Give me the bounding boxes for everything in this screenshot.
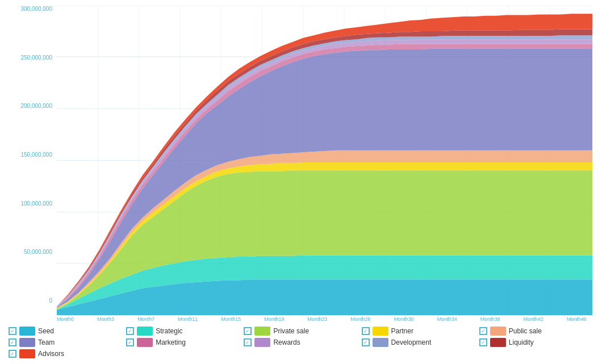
legend-checkbox-advisors[interactable] [9,350,16,358]
legend-checkbox-marketing[interactable] [126,338,134,346]
legend-item-strategic: Strategic [126,327,239,336]
legend-color-advisors [19,349,35,358]
x-label-11: Month11 [178,316,198,322]
legend-item-rewards: Rewards [244,338,357,347]
legend-checkbox-partner[interactable] [362,327,370,335]
legend-checkbox-seed[interactable] [9,327,16,335]
x-label-34: Month34 [437,316,457,322]
x-label-3: Month3 [97,316,114,322]
legend-color-partner [373,327,388,336]
legend-color-team [19,338,35,347]
legend-label-seed: Seed [38,327,54,335]
main-chart-svg [57,6,592,315]
x-label-15: Month15 [221,316,241,322]
x-label-0: Month0 [57,316,74,322]
legend-item-advisors: Advisors [9,349,122,358]
legend-color-liquidity [490,338,506,347]
legend-item-seed: Seed [9,327,122,336]
y-label-100: 100,000,000 [20,200,52,207]
legend-item-liquidity: Liquidity [479,338,592,347]
legend-label-team: Team [38,338,55,346]
y-label-0: 0 [49,298,52,304]
y-label-150: 150,000,000 [20,152,52,158]
x-label-30: Month30 [394,316,414,322]
legend-color-public-sale [490,327,506,336]
legend-label-partner: Partner [391,327,413,335]
chart-container: 300,000,000 250,000,000 200,000,000 150,… [0,0,598,364]
legend-checkbox-public-sale[interactable] [479,327,487,335]
legend-checkbox-strategic[interactable] [126,327,134,335]
y-label-200: 200,000,000 [20,103,52,109]
legend-checkbox-team[interactable] [9,338,16,346]
legend-item-team: Team [9,338,122,347]
y-label-50: 50,000,000 [24,249,52,255]
legend-label-private-sale: Private sale [273,327,309,335]
legend-checkbox-rewards[interactable] [244,338,252,346]
legend-item-public-sale: Public sale [479,327,592,336]
legend-label-development: Development [391,338,432,346]
chart-area: 300,000,000 250,000,000 200,000,000 150,… [6,6,592,315]
legend-checkbox-development[interactable] [362,338,370,346]
x-axis: Month0 Month3 Month7 Month11 Month15 Mon… [6,316,592,322]
legend-color-seed [19,327,35,336]
x-label-23: Month23 [307,316,327,322]
x-label-46: Month46 [567,316,587,322]
legend-label-public-sale: Public sale [509,327,542,335]
legend-checkbox-private-sale[interactable] [244,327,252,335]
legend-label-marketing: Marketing [156,338,186,346]
legend-item-private-sale: Private sale [244,327,357,336]
legend-label-rewards: Rewards [273,338,300,346]
legend-item-development: Development [362,338,475,347]
legend-item-marketing: Marketing [126,338,239,347]
y-label-250: 250,000,000 [20,55,52,61]
chart-inner [57,6,592,315]
legend-color-development [373,338,388,347]
legend-color-strategic [137,327,153,336]
y-label-300: 300,000,000 [20,6,52,12]
legend-item-partner: Partner [362,327,475,336]
legend-checkbox-liquidity[interactable] [479,338,487,346]
y-axis: 300,000,000 250,000,000 200,000,000 150,… [6,6,57,315]
legend-label-strategic: Strategic [156,327,182,335]
x-label-19: Month19 [264,316,284,322]
legend-color-rewards [254,338,270,347]
x-label-42: Month42 [524,316,543,322]
x-label-38: Month38 [480,316,500,322]
legend-color-private-sale [254,327,270,336]
legend-area: Seed Strategic Private sale Partner Publ… [6,327,592,358]
legend-color-marketing [137,338,153,347]
x-label-26: Month26 [351,316,371,322]
legend-label-liquidity: Liquidity [509,338,534,346]
legend-label-advisors: Advisors [38,350,64,358]
x-label-7: Month7 [137,316,154,322]
